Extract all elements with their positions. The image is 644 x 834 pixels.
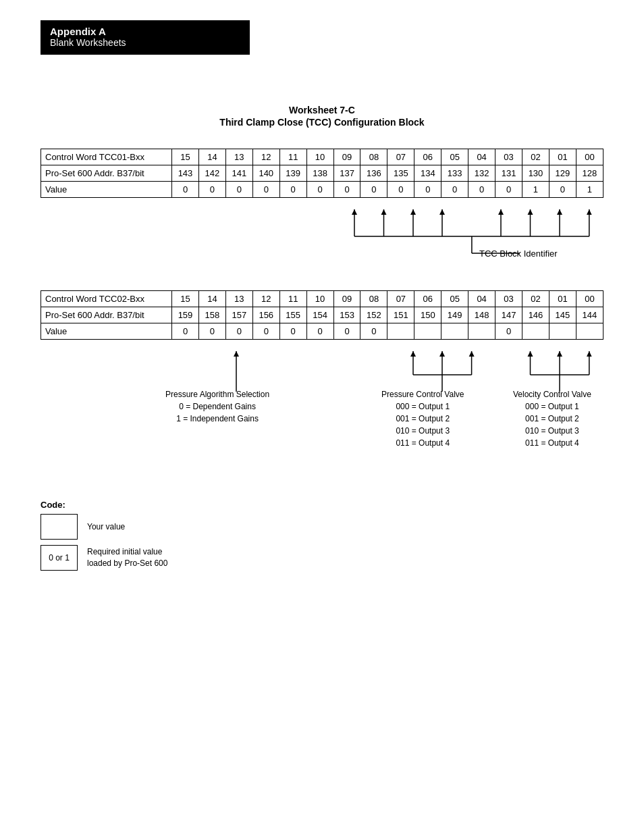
table2-row2-cell13 xyxy=(522,323,549,340)
table1-row1-cell9: 134 xyxy=(414,165,441,182)
table1-row1-cell6: 137 xyxy=(333,165,360,182)
table2-row1-cell2: 157 xyxy=(225,307,252,323)
table1-row1-cell15: 128 xyxy=(576,165,603,182)
table1-row2-cell9: 0 xyxy=(414,182,441,198)
table1-row0-cell13: 02 xyxy=(522,149,549,165)
table2-row2-cell6: 0 xyxy=(333,323,360,340)
table1-row1-label: Pro-Set 600 Addr. B37/bit xyxy=(41,165,172,182)
table1-row1-cell0: 143 xyxy=(172,165,199,182)
table2-row0-cell4: 11 xyxy=(279,291,306,307)
table2-row2-cell5: 0 xyxy=(306,323,333,340)
code-desc-required: Required initial valueloaded by Pro-Set … xyxy=(87,546,167,569)
svg-marker-3 xyxy=(557,209,562,215)
table2-row2-cell1: 0 xyxy=(198,323,225,340)
table2-row1-cell12: 147 xyxy=(495,307,522,323)
table2-row0-cell6: 09 xyxy=(333,291,360,307)
table2-row0-cell3: 12 xyxy=(252,291,279,307)
table2-arrows: Pressure Control Valve 000 = Output 1001… xyxy=(41,351,603,488)
table1-row0-cell3: 12 xyxy=(252,149,279,165)
code-box-empty xyxy=(41,514,78,540)
table2-row2-label: Value xyxy=(41,323,172,340)
code-section: Code: Your value 0 or 1 Required initial… xyxy=(41,500,167,576)
table1-row2-cell12: 0 xyxy=(495,182,522,198)
svg-marker-30 xyxy=(439,351,445,357)
table1-row1-cell7: 136 xyxy=(360,165,387,182)
table2-row1-label: Pro-Set 600 Addr. B37/bit xyxy=(41,307,172,323)
pressure-algorithm-label: Pressure Algorithm Selection 0 = Depende… xyxy=(165,388,269,425)
table1-row1-cell1: 142 xyxy=(198,165,225,182)
table1-row0-cell15: 00 xyxy=(576,149,603,165)
table2-row2-cell12: 0 xyxy=(495,323,522,340)
table2-row2-cell2: 0 xyxy=(225,323,252,340)
table1-row1-cell14: 129 xyxy=(549,165,576,182)
table1-row2-cell13: 1 xyxy=(522,182,549,198)
table2-row0-cell9: 06 xyxy=(414,291,441,307)
table1: Control Word TCC01-Bxx151413121110090807… xyxy=(41,149,603,198)
table1-row0-cell6: 09 xyxy=(333,149,360,165)
table2-row0-cell13: 02 xyxy=(522,291,549,307)
table2-row2-cell15 xyxy=(576,323,603,340)
table2-row0-cell7: 08 xyxy=(360,291,387,307)
tcc-block-identifier-label: TCC Block Identifier xyxy=(479,249,558,259)
worksheet-title-line2: Third Clamp Close (TCC) Configuration Bl… xyxy=(0,117,644,128)
table2-row0-label: Control Word TCC02-Bxx xyxy=(41,291,172,307)
table1-row2-cell5: 0 xyxy=(306,182,333,198)
header-title-line1: Appendix A xyxy=(50,26,240,37)
code-label: Code: xyxy=(41,500,167,510)
table2-row1-cell6: 153 xyxy=(333,307,360,323)
table2-row0-cell5: 10 xyxy=(306,291,333,307)
table1-row0-cell10: 05 xyxy=(441,149,468,165)
table2-row1-cell8: 151 xyxy=(387,307,414,323)
svg-marker-36 xyxy=(234,351,239,357)
table1-row1-cell5: 138 xyxy=(306,165,333,182)
table2: Control Word TCC02-Bxx151413121110090807… xyxy=(41,290,603,340)
table1-row2-cell8: 0 xyxy=(387,182,414,198)
table2-row2-cell3: 0 xyxy=(252,323,279,340)
table1-row0-cell14: 01 xyxy=(549,149,576,165)
svg-marker-24 xyxy=(528,351,533,357)
table2-row1-cell9: 150 xyxy=(414,307,441,323)
table1-row2-cell10: 0 xyxy=(441,182,468,198)
svg-marker-20 xyxy=(587,351,592,357)
table1-row0-cell0: 15 xyxy=(172,149,199,165)
table2-row2-cell11 xyxy=(468,323,495,340)
table1-row2-cell1: 0 xyxy=(198,182,225,198)
table1-row1-cell10: 133 xyxy=(441,165,468,182)
svg-marker-11 xyxy=(410,209,416,215)
table2-row1-cell0: 159 xyxy=(172,307,199,323)
table2-row1-cell4: 155 xyxy=(279,307,306,323)
table1-row0-cell2: 13 xyxy=(225,149,252,165)
table1-arrows: TCC Block Identifier xyxy=(41,209,603,263)
table2-row1-cell7: 152 xyxy=(360,307,387,323)
table2-row0-cell0: 15 xyxy=(172,291,199,307)
table2-row1-cell5: 154 xyxy=(306,307,333,323)
table1-row1-cell8: 135 xyxy=(387,165,414,182)
table2-row2-cell14 xyxy=(549,323,576,340)
table1-row2-cell11: 0 xyxy=(468,182,495,198)
worksheet-title-line1: Worksheet 7-C xyxy=(0,105,644,115)
table2-row0-cell12: 03 xyxy=(495,291,522,307)
code-desc-your-value: Your value xyxy=(87,521,125,533)
table1-row0-cell9: 06 xyxy=(414,149,441,165)
svg-marker-22 xyxy=(557,351,562,357)
table1-row2-cell2: 0 xyxy=(225,182,252,198)
table2-row0-cell14: 01 xyxy=(549,291,576,307)
table1-row0-cell12: 03 xyxy=(495,149,522,165)
code-box-0or1-text: 0 or 1 xyxy=(49,553,70,563)
svg-marker-7 xyxy=(498,209,504,215)
table1-row2-cell4: 0 xyxy=(279,182,306,198)
svg-marker-15 xyxy=(352,209,357,215)
table2-row1-cell14: 145 xyxy=(549,307,576,323)
table1-row0-cell11: 04 xyxy=(468,149,495,165)
pressure-control-valve-label: Pressure Control Valve 000 = Output 1001… xyxy=(381,388,464,449)
table2-row2-cell0: 0 xyxy=(172,323,199,340)
table1-row1-cell3: 140 xyxy=(252,165,279,182)
header-title-line2: Blank Worksheets xyxy=(50,37,240,48)
table1-row0-cell7: 08 xyxy=(360,149,387,165)
code-item-your-value: Your value xyxy=(41,514,167,540)
table1-row0-cell1: 14 xyxy=(198,149,225,165)
table1-row2-cell7: 0 xyxy=(360,182,387,198)
table2-row2-cell10 xyxy=(441,323,468,340)
table1-row1-cell12: 131 xyxy=(495,165,522,182)
svg-marker-13 xyxy=(381,209,387,215)
